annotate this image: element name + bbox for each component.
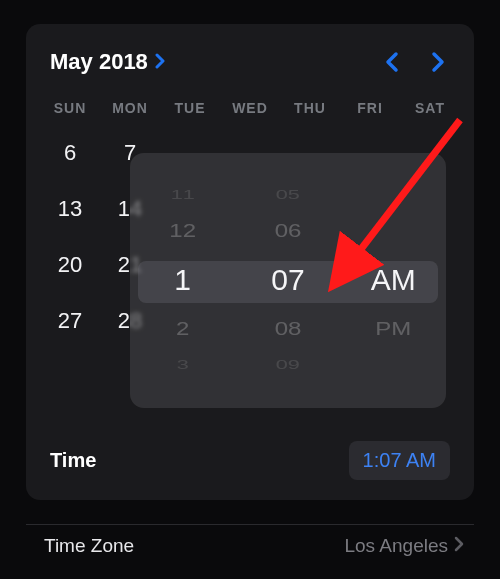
- weekday-header: SUN MON TUE WED THU FRI SAT: [26, 74, 474, 116]
- picker-minute-column[interactable]: 05 06 07 08 09: [235, 153, 340, 408]
- timezone-value: Los Angeles: [344, 534, 464, 557]
- date-cell[interactable]: 6: [40, 140, 100, 166]
- date-cell[interactable]: 20: [40, 252, 100, 278]
- time-row: Time 1:07 AM: [50, 441, 450, 480]
- chevron-right-icon: [154, 51, 166, 74]
- picker-item: 06: [235, 220, 340, 242]
- picker-item: 11: [135, 187, 230, 202]
- picker-item: 09: [241, 357, 336, 372]
- picker-item: 08: [235, 318, 340, 340]
- picker-item-selected: AM: [341, 263, 446, 297]
- picker-hour-column[interactable]: 11 12 1 2 3: [130, 153, 235, 408]
- month-nav: [384, 50, 452, 74]
- weekday-label: WED: [220, 100, 280, 116]
- time-label: Time: [50, 449, 96, 472]
- picker-period-column[interactable]: AM PM: [341, 153, 446, 408]
- picker-item-selected: 07: [235, 263, 340, 297]
- month-year-label[interactable]: May 2018: [50, 49, 148, 75]
- weekday-label: FRI: [340, 100, 400, 116]
- picker-item: 3: [135, 357, 230, 372]
- timezone-label: Time Zone: [44, 535, 134, 557]
- weekday-label: SAT: [400, 100, 460, 116]
- timezone-row[interactable]: Time Zone Los Angeles: [26, 534, 474, 557]
- next-month-button[interactable]: [430, 50, 446, 74]
- picker-item: PM: [341, 318, 446, 340]
- weekday-label: THU: [280, 100, 340, 116]
- calendar-header: May 2018: [26, 24, 474, 74]
- picker-item-selected: 1: [130, 263, 235, 297]
- time-value-button[interactable]: 1:07 AM: [349, 441, 450, 480]
- picker-item: 2: [130, 318, 235, 340]
- divider: [26, 524, 474, 525]
- picker-item: 12: [130, 220, 235, 242]
- chevron-right-icon: [454, 534, 464, 557]
- weekday-label: SUN: [40, 100, 100, 116]
- weekday-label: MON: [100, 100, 160, 116]
- time-picker-overlay: 11 12 1 2 3 05 06 07 08 09 AM PM: [130, 153, 446, 408]
- prev-month-button[interactable]: [384, 50, 400, 74]
- weekday-label: TUE: [160, 100, 220, 116]
- date-cell[interactable]: 13: [40, 196, 100, 222]
- date-cell[interactable]: 27: [40, 308, 100, 334]
- picker-item: 05: [241, 187, 336, 202]
